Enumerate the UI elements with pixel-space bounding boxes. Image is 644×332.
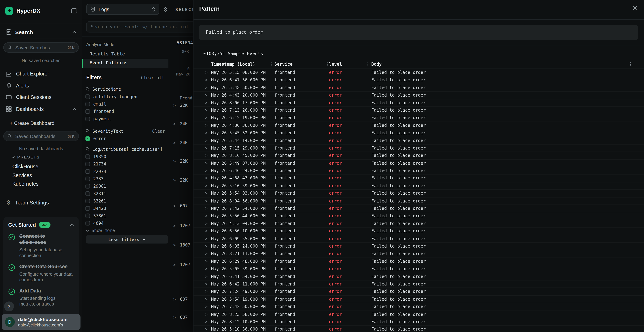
expand-row-icon[interactable]: > [205,190,208,197]
filter-option[interactable]: 2333 [82,175,168,182]
event-row[interactable]: > May 26 5:44:14.000 PM frontend error F… [194,137,644,144]
expand-row-icon[interactable]: > [205,137,208,144]
filter-checkbox[interactable] [86,102,90,106]
filter-option[interactable]: 33261 [82,197,168,204]
event-row[interactable]: > May 26 8:23:58.000 PM frontend error F… [194,311,644,318]
get-started-step[interactable]: Connect to ClickHouse Set up your databa… [8,233,74,258]
collapse-sidebar-icon[interactable] [71,8,77,14]
filter-checkbox[interactable] [86,214,90,218]
filter-checkbox[interactable] [86,184,90,188]
event-row[interactable]: > May 26 6:35:24.000 PM frontend error F… [194,243,644,250]
event-row[interactable]: > May 26 8:12:10.000 PM frontend error F… [194,318,644,326]
source-settings-gear-icon[interactable]: ⚙ [162,6,169,13]
sidebar-item-chart-explorer[interactable]: Chart Explorer [0,68,82,80]
filter-checkbox[interactable] [86,94,90,99]
expand-row-icon[interactable]: > [205,160,208,167]
expand-pattern-icon[interactable]: > [173,121,176,126]
expand-row-icon[interactable]: > [205,198,208,205]
event-row[interactable]: > May 26 4:30:36.000 PM frontend error F… [194,122,644,129]
expand-row-icon[interactable]: > [205,114,208,122]
filter-option[interactable]: email [82,100,168,108]
pattern-row[interactable]: > 22K [173,178,188,182]
event-row[interactable]: > May 26 4:13:04.000 PM frontend error F… [194,220,644,228]
expand-row-icon[interactable]: > [205,235,208,242]
filter-option[interactable]: 19350 [82,153,168,160]
expand-row-icon[interactable]: > [205,107,208,114]
expand-pattern-icon[interactable]: > [173,159,176,163]
get-started-step[interactable]: Create Data Sources Configure where your… [8,264,74,283]
expand-row-icon[interactable]: > [205,243,208,250]
expand-pattern-icon[interactable]: > [173,178,176,182]
saved-searches-input[interactable]: ⌘K [3,42,79,52]
filter-clear-button[interactable]: Clear [152,128,165,134]
filter-checkbox[interactable] [86,176,90,181]
expand-row-icon[interactable]: > [205,84,208,91]
event-row[interactable]: > May 26 5:49:07.000 PM frontend error F… [194,160,644,167]
expand-row-icon[interactable]: > [205,69,208,76]
show-more-button[interactable]: Show more [82,227,168,234]
less-filters-button[interactable]: Less filters [86,236,168,244]
event-row[interactable]: > May 26 5:54:03.000 PM frontend error F… [194,190,644,197]
pattern-row[interactable]: > 607 [173,203,188,208]
expand-row-icon[interactable]: > [205,280,208,288]
event-row[interactable]: > May 26 4:38:47.000 PM frontend error F… [194,175,644,182]
pattern-row[interactable]: > 607 [173,296,188,302]
saved-dashboards-input[interactable]: ⌘K [3,131,79,141]
event-row[interactable]: > May 26 8:21:11.000 PM frontend error F… [194,250,644,258]
expand-row-icon[interactable]: > [205,296,208,303]
expand-row-icon[interactable]: > [205,318,208,326]
filter-checkbox[interactable] [86,154,90,159]
source-select[interactable]: Logs [86,4,160,15]
filter-group-header[interactable]: SeverityText Clear [82,127,168,135]
presets-toggle[interactable]: PRESETS [12,155,40,160]
filter-option[interactable]: 32311 [82,190,168,197]
event-row[interactable]: > May 26 4:43:20.000 PM frontend error F… [194,92,644,99]
pattern-row[interactable]: > 607 [173,315,188,320]
expand-row-icon[interactable]: > [205,92,208,99]
event-row[interactable]: > May 26 5:15:08.000 PM frontend error F… [194,69,644,76]
get-started-step[interactable]: Add Data Start sending logs, metrics, or… [8,288,74,307]
filter-group-header[interactable]: ServiceName [82,86,168,93]
create-dashboard-button[interactable]: + Create Dashboard [0,119,82,128]
clear-all-button[interactable]: Clear all [141,75,164,80]
filter-option[interactable]: error [82,135,168,142]
expand-row-icon[interactable]: > [205,205,208,212]
expand-row-icon[interactable]: > [205,273,208,280]
pattern-row[interactable]: > 1207 [173,262,190,267]
expand-row-icon[interactable]: > [205,167,208,174]
pattern-row[interactable]: > 1807 [173,242,190,248]
filter-option[interactable]: 21734 [82,160,168,168]
expand-pattern-icon[interactable]: > [173,297,176,301]
select-mode-button[interactable]: SELECT [175,7,195,12]
get-started-header[interactable]: Get Started 3/3 [8,222,74,228]
event-row[interactable]: > May 26 5:10:36.000 PM frontend error F… [194,326,644,332]
sidebar-item-alerts[interactable]: Alerts [0,80,82,92]
event-row[interactable]: > May 26 5:45:32.000 PM frontend error F… [194,129,644,137]
event-row[interactable]: > May 26 5:56:44.000 PM frontend error F… [194,212,644,220]
expand-pattern-icon[interactable]: > [173,204,176,208]
expand-row-icon[interactable]: > [205,250,208,258]
event-row[interactable]: > May 26 7:15:29.000 PM frontend error F… [194,144,644,152]
filter-checkbox[interactable] [86,169,90,174]
expand-row-icon[interactable]: > [205,144,208,152]
event-row[interactable]: > May 26 6:42:11.000 PM frontend error F… [194,280,644,288]
event-row[interactable]: > May 26 5:54:19.000 PM frontend error F… [194,296,644,303]
event-row[interactable]: > May 26 6:46:24.000 PM frontend error F… [194,167,644,175]
help-button[interactable]: ? [4,302,14,311]
close-icon[interactable]: ✕ [630,4,640,13]
filter-checkbox[interactable] [86,191,90,196]
filter-group-header[interactable]: LogAttributes['cache.size'] [82,146,168,153]
saved-searches-field[interactable] [14,44,68,50]
pattern-row[interactable]: > 24K [173,121,188,126]
event-row[interactable]: > May 26 6:12:19.000 PM frontend error F… [194,114,644,122]
expand-row-icon[interactable]: > [205,76,208,84]
expand-row-icon[interactable]: > [205,266,208,272]
expand-row-icon[interactable]: > [205,182,208,190]
expand-row-icon[interactable]: > [205,288,208,295]
filter-option[interactable]: 22974 [82,168,168,175]
filter-checkbox[interactable] [86,206,90,210]
filter-option[interactable]: 34423 [82,204,168,212]
expand-pattern-icon[interactable]: > [173,140,176,145]
event-row[interactable]: > May 26 7:13:26.000 PM frontend error F… [194,107,644,114]
expand-pattern-icon[interactable]: > [173,223,176,228]
